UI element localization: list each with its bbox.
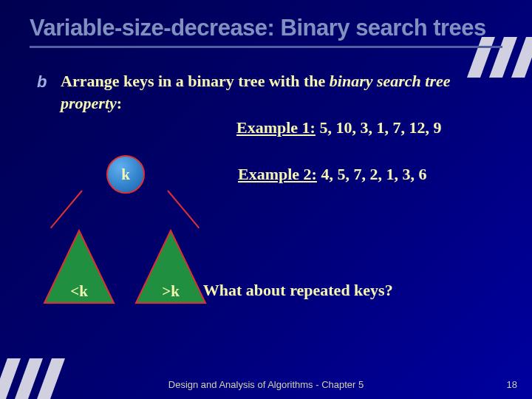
body-text: Arrange keys in a binary tree with the b…: [61, 70, 504, 114]
example-1-label: Example 1:: [236, 118, 316, 137]
body-prefix: Arrange keys in a binary tree with the: [61, 72, 330, 90]
right-subtree-label: >k: [134, 282, 207, 301]
left-subtree-label: <k: [43, 282, 115, 301]
slide-title: Variable-size-decrease: Binary search tr…: [30, 15, 486, 41]
edge-right: [167, 190, 200, 228]
example-2-label: Example 2:: [238, 165, 317, 183]
page-number: 18: [507, 379, 517, 390]
example-1: Example 1: 5, 10, 3, 1, 7, 12, 9: [236, 118, 441, 137]
bst-diagram: k <k >k: [37, 155, 214, 325]
edge-left: [50, 190, 83, 228]
bullet-icon: b: [37, 72, 47, 92]
example-1-values: 5, 10, 3, 1, 7, 12, 9: [316, 118, 442, 137]
question-text: • What about repeated keys?: [194, 281, 393, 300]
root-node: k: [106, 155, 145, 194]
footer-text: Design and Analysis of Algorithms - Chap…: [0, 379, 532, 390]
body-suffix: :: [117, 94, 122, 112]
example-2: Example 2: 4, 5, 7, 2, 1, 3, 6: [238, 165, 426, 184]
title-underline: [30, 46, 502, 48]
example-2-values: 4, 5, 7, 2, 1, 3, 6: [317, 165, 427, 183]
